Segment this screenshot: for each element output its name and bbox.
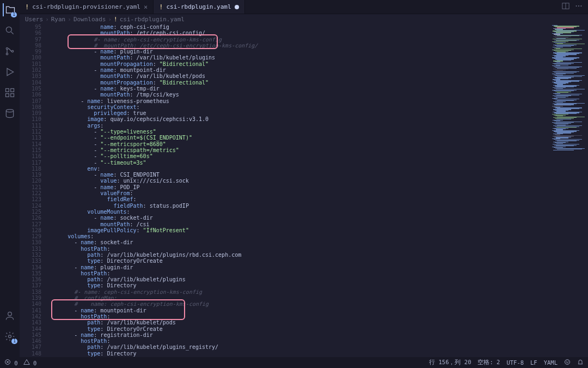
notifications-icon[interactable] — [577, 359, 584, 366]
breadcrumb-part[interactable]: Users — [25, 16, 43, 23]
line-number-gutter: 95 96 97 98 99 100 101 102 103 104 105 1… — [20, 24, 48, 357]
editor-actions — [556, 0, 588, 14]
status-errors[interactable]: 0 — [4, 359, 18, 366]
svg-point-9 — [8, 312, 12, 316]
breadcrumbs[interactable]: Users› Ryan› Downloads› ! csi-rbdplugin.… — [20, 14, 588, 24]
tab-label: csi-rbdplugin.yaml — [166, 3, 231, 10]
breadcrumb-part[interactable]: Downloads — [74, 16, 106, 23]
status-encoding[interactable]: UTF-8 — [506, 359, 524, 366]
database-icon[interactable] — [3, 107, 16, 120]
code-content[interactable]: name: ceph-csi-config mountPath: /etc/ce… — [48, 24, 544, 357]
code-area[interactable]: 95 96 97 98 99 100 101 102 103 104 105 1… — [20, 24, 588, 357]
svg-point-8 — [6, 110, 13, 112]
status-warnings[interactable]: 0 — [23, 359, 37, 366]
explorer-icon[interactable]: 1 — [3, 3, 16, 16]
svg-point-13 — [578, 5, 579, 7]
status-eol[interactable]: LF — [530, 359, 537, 366]
tab-bar: ! csi-rbdplugin-provisioner.yaml × ! csi… — [20, 0, 588, 14]
account-icon[interactable] — [3, 309, 16, 322]
svg-point-14 — [580, 5, 581, 7]
svg-rect-6 — [6, 94, 9, 97]
breadcrumb-file[interactable]: csi-rbdplugin.yaml — [120, 16, 185, 23]
feedback-icon[interactable] — [564, 359, 571, 366]
svg-rect-7 — [11, 94, 14, 97]
minimap[interactable] — [550, 24, 588, 357]
svg-point-12 — [576, 5, 577, 7]
warning-icon: ! — [114, 16, 118, 23]
tab-provisioner[interactable]: ! csi-rbdplugin-provisioner.yaml × — [20, 0, 154, 14]
search-icon[interactable] — [3, 24, 16, 37]
breadcrumb-part[interactable]: Ryan — [51, 16, 66, 23]
activity-bar: 1 1 — [0, 0, 20, 357]
settings-icon[interactable]: 1 — [3, 330, 16, 343]
svg-point-18 — [568, 361, 568, 361]
status-spaces[interactable]: 空格: 2 — [477, 359, 500, 366]
more-actions-icon[interactable] — [575, 2, 583, 11]
run-debug-icon[interactable] — [3, 65, 16, 79]
svg-rect-5 — [11, 89, 14, 92]
svg-point-0 — [6, 27, 11, 32]
svg-point-2 — [6, 53, 8, 55]
tab-label: csi-rbdplugin-provisioner.yaml — [32, 3, 140, 10]
extensions-icon[interactable] — [3, 86, 16, 99]
warning-icon: ! — [25, 3, 29, 11]
dirty-indicator — [235, 5, 239, 9]
editor-group: ! csi-rbdplugin-provisioner.yaml × ! csi… — [20, 0, 588, 357]
svg-rect-4 — [6, 89, 9, 92]
explorer-badge: 1 — [11, 12, 17, 17]
svg-point-1 — [6, 47, 8, 49]
overview-ruler[interactable] — [544, 24, 550, 357]
warning-icon: ! — [159, 3, 163, 11]
svg-point-17 — [566, 361, 567, 361]
tab-rbdplugin[interactable]: ! csi-rbdplugin.yaml — [154, 0, 244, 14]
svg-point-3 — [11, 50, 13, 52]
status-bar: 0 0 行 156，列 20 空格: 2 UTF-8 LF YAML — [0, 357, 588, 368]
status-cursor[interactable]: 行 156，列 20 — [429, 359, 471, 366]
settings-badge: 1 — [11, 339, 17, 344]
svg-point-16 — [565, 360, 570, 365]
source-control-icon[interactable] — [3, 45, 16, 58]
close-icon[interactable]: × — [144, 3, 148, 11]
status-language[interactable]: YAML — [544, 359, 558, 366]
split-editor-icon[interactable] — [562, 2, 569, 11]
svg-point-10 — [9, 335, 11, 338]
